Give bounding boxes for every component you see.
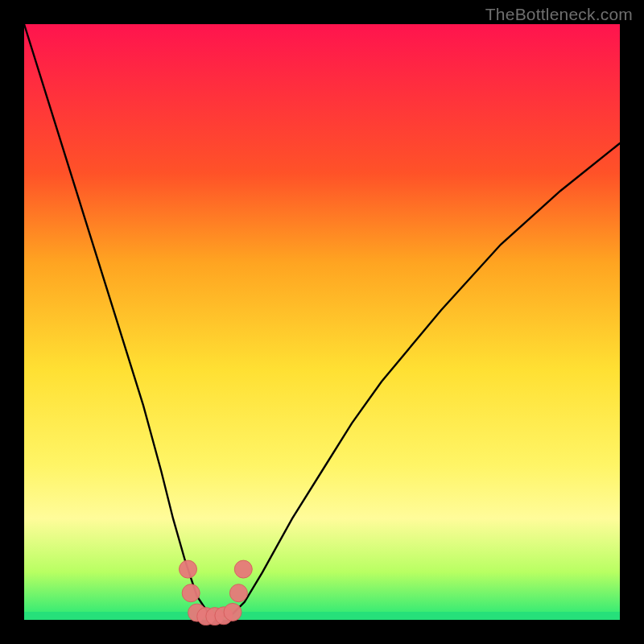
marker-dot <box>224 603 242 621</box>
marker-dot <box>180 560 197 578</box>
marker-series <box>180 560 253 625</box>
marker-dot <box>182 584 200 602</box>
marker-dot <box>234 560 252 578</box>
bottleneck-plot <box>24 24 620 620</box>
curve-series <box>24 24 620 617</box>
marker-dot <box>229 584 247 602</box>
chart-area <box>24 24 620 620</box>
curve-path <box>24 24 620 617</box>
watermark-text: TheBottleneck.com <box>485 5 633 24</box>
